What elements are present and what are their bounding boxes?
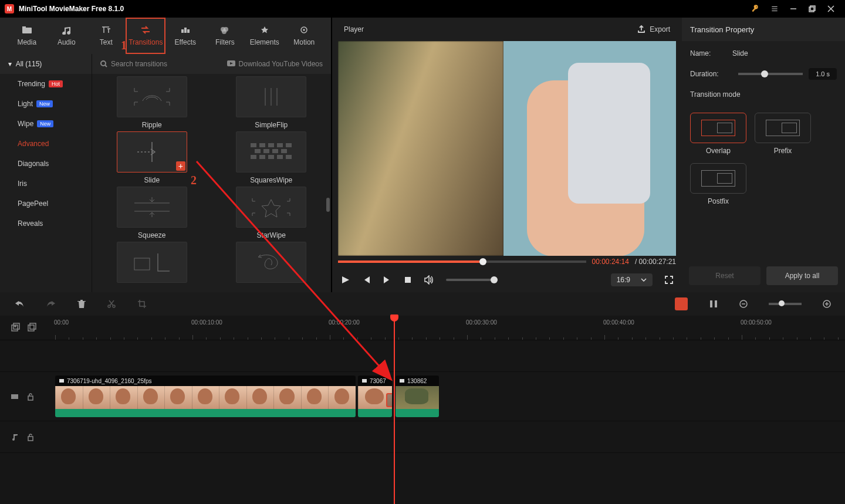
clip-3[interactable]: 130862 [396, 376, 439, 417]
transition-slide[interactable]: +Slide [99, 131, 205, 184]
mode-overlap[interactable]: Overlap [690, 113, 746, 155]
clip-1[interactable]: 7306719-uhd_4096_2160_25fps [55, 376, 356, 417]
volume-slider[interactable] [446, 279, 498, 281]
svg-rect-42 [59, 379, 64, 383]
add-transition-icon[interactable]: + [176, 161, 185, 171]
svg-point-9 [222, 29, 227, 34]
download-youtube-link[interactable]: Download YouTube Videos [227, 60, 323, 68]
menu-icon[interactable] [765, 0, 784, 18]
timeline: 00:0000:00:10:0000:00:20:0000:00:30:0000… [0, 316, 845, 504]
aspect-ratio-select[interactable]: 16:9 [611, 273, 653, 286]
track-overlay[interactable] [0, 340, 845, 372]
category-advanced[interactable]: Advanced [0, 134, 92, 154]
fullscreen-button[interactable] [664, 275, 674, 285]
svg-rect-3 [22, 26, 26, 28]
category-pagepeel[interactable]: PagePeel [0, 194, 92, 214]
snap-toggle[interactable] [675, 297, 688, 310]
track-toggle[interactable] [709, 299, 718, 309]
transition-item-7[interactable] [99, 242, 205, 283]
time-ruler[interactable]: 00:0000:00:10:0000:00:20:0000:00:30:0000… [0, 316, 845, 340]
zoom-slider[interactable] [769, 303, 802, 305]
prev-button[interactable] [361, 275, 371, 285]
volume-icon[interactable] [424, 275, 434, 285]
library-pane: Media Audio Text Transitions Effects Fil… [0, 18, 332, 292]
transition-item-8[interactable] [219, 242, 325, 283]
svg-rect-32 [710, 300, 712, 307]
zoom-in-button[interactable] [823, 300, 831, 308]
svg-rect-44 [400, 379, 404, 383]
transition-squeeze[interactable]: Squeeze [99, 187, 205, 239]
transition-squareswipe[interactable]: SquaresWipe [219, 131, 325, 184]
tab-effects[interactable]: Effects [165, 18, 205, 54]
player-pane: Player Export 00:00:24:14 / 00:00:27:21 … [336, 18, 678, 292]
category-wipe[interactable]: WipeNew [0, 114, 92, 134]
minimize-button[interactable] [784, 0, 803, 18]
svg-rect-4 [181, 29, 184, 33]
marker-icon[interactable] [27, 323, 38, 332]
mode-label: Transition mode [690, 90, 837, 99]
duration-label: Duration: [690, 70, 732, 78]
svg-rect-1 [810, 6, 815, 11]
svg-rect-22 [281, 149, 287, 153]
category-iris[interactable]: Iris [0, 174, 92, 194]
redo-button[interactable] [46, 299, 56, 309]
play-button[interactable] [340, 275, 350, 285]
unlock-icon[interactable] [27, 433, 34, 441]
category-reveals[interactable]: Reveals [0, 214, 92, 234]
search-input[interactable]: Search transitions [100, 60, 167, 68]
export-button[interactable]: Export [637, 25, 670, 34]
tab-transitions[interactable]: Transitions [126, 18, 165, 54]
duration-slider[interactable] [738, 73, 803, 75]
split-button[interactable] [107, 299, 116, 309]
time-total: / 00:00:27:21 [635, 258, 676, 266]
video-preview[interactable] [338, 41, 676, 256]
new-badge: New [36, 100, 53, 107]
track-video[interactable]: 7306719-uhd_4096_2160_25fps 73067 130862 [0, 372, 845, 421]
category-light[interactable]: LightNew [0, 94, 92, 114]
svg-rect-6 [187, 29, 190, 33]
transition-ripple[interactable]: Ripple [99, 76, 205, 129]
transition-starwipe[interactable]: StarWipe [219, 187, 325, 239]
tab-media[interactable]: Media [7, 18, 46, 54]
tab-motion[interactable]: Motion [285, 18, 324, 54]
apply-all-button[interactable]: Apply to all [766, 266, 838, 285]
unlock-icon[interactable] [27, 393, 34, 401]
category-trending[interactable]: TrendingHot [0, 74, 92, 94]
mode-prefix[interactable]: Prefix [755, 113, 811, 155]
category-diagonals[interactable]: Diagonals [0, 154, 92, 174]
svg-rect-24 [259, 155, 265, 159]
delete-button[interactable] [77, 299, 86, 309]
zoom-out-button[interactable] [739, 300, 748, 308]
applied-transition[interactable] [386, 393, 392, 407]
tab-elements[interactable]: Elements [245, 18, 284, 54]
maximize-button[interactable] [803, 0, 822, 18]
svg-rect-25 [268, 155, 274, 159]
license-key-icon[interactable] [746, 0, 765, 18]
track-audio[interactable] [0, 421, 845, 453]
duration-value[interactable]: 1.0 s [809, 68, 837, 80]
transition-grid: Search transitions Download YouTube Vide… [92, 54, 331, 292]
transition-simpleflip[interactable]: SimpleFlip [219, 76, 325, 129]
clip-2[interactable]: 73067 [358, 376, 392, 417]
category-all[interactable]: ▾ All (115) [0, 54, 92, 74]
seek-bar[interactable] [338, 261, 586, 263]
next-button[interactable] [383, 275, 392, 285]
category-list: ▾ All (115) TrendingHot LightNew WipeNew… [0, 54, 92, 292]
tab-text[interactable]: Text [86, 18, 126, 54]
crop-button[interactable] [137, 299, 147, 309]
playhead[interactable] [394, 316, 395, 504]
close-button[interactable] [822, 0, 840, 18]
undo-button[interactable] [14, 299, 25, 309]
video-track-icon [11, 393, 19, 401]
svg-rect-29 [405, 277, 411, 283]
mode-postfix[interactable]: Postfix [690, 163, 746, 205]
svg-rect-17 [277, 143, 283, 147]
add-marker-icon[interactable] [11, 323, 21, 332]
stop-button[interactable] [404, 276, 412, 284]
svg-rect-15 [259, 143, 265, 147]
reset-button[interactable]: Reset [689, 266, 760, 285]
new-badge: New [37, 120, 53, 127]
tab-audio[interactable]: Audio [46, 18, 86, 54]
tab-filters[interactable]: Filters [205, 18, 245, 54]
grid-scrollbar[interactable] [326, 198, 330, 212]
